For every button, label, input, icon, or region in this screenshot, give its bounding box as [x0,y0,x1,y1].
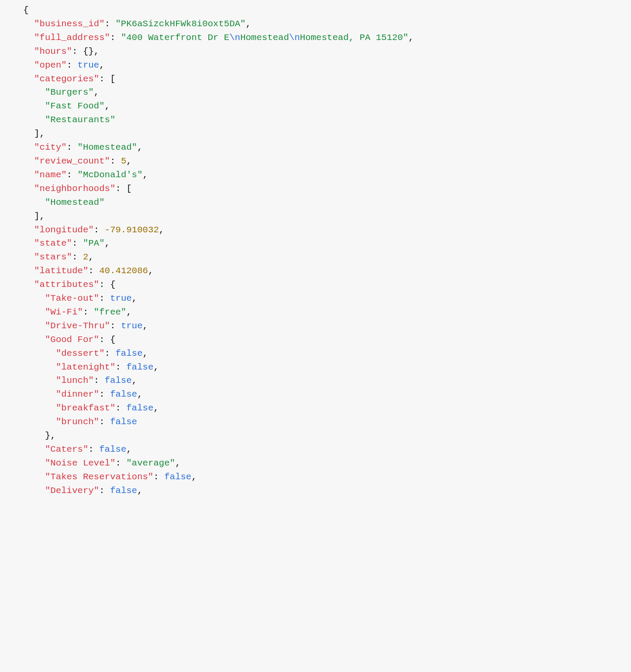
json-boolean: false [164,472,192,482]
json-key: "lunch" [56,376,94,385]
json-boolean: false [105,376,132,385]
json-punct: : [67,142,77,152]
json-punct: : [88,444,99,454]
json-boolean: false [110,389,137,399]
json-boolean: true [77,60,99,70]
json-boolean: false [115,348,142,358]
json-punct: : [99,486,110,496]
json-string: Homestead [240,33,289,43]
json-key: "Drive-Thru" [45,321,110,331]
json-punct: : [99,389,110,399]
json-punct: , [192,472,197,482]
json-key: "categories" [34,74,99,84]
json-punct: : [ [99,74,115,84]
json-punct: : [115,362,126,372]
json-punct: : [94,225,105,235]
json-punct: : [ [115,184,132,194]
json-punct: , [105,101,110,111]
json-key: "open" [34,60,67,70]
json-boolean: false [126,362,153,372]
json-punct: }, [45,431,56,441]
json-string: Homestead, PA 15120" [300,33,408,43]
json-punct: , [142,321,148,331]
json-string: "Restaurants" [45,115,115,125]
json-key: "dessert" [56,348,105,358]
json-punct: : { [99,280,115,290]
json-punct: , [142,348,148,358]
json-key: "state" [34,238,72,248]
json-string: "PK6aSizckHFWk8i0oxt5DA" [115,19,245,29]
json-punct: , [408,33,414,43]
json-string: "average" [126,458,175,468]
json-string: "McDonald's" [77,170,142,180]
json-number: 2 [83,252,89,262]
json-punct: , [148,266,154,276]
json-escape: \n [289,33,300,43]
json-boolean: false [110,417,137,427]
json-key: "latenight" [56,362,116,372]
json-punct: , [153,362,159,372]
json-boolean: false [99,444,126,454]
json-key: "longitude" [34,225,94,235]
json-punct: , [126,307,132,317]
json-punct: : [110,321,121,331]
json-punct: : [99,293,110,303]
json-punct: : [153,472,164,482]
json-punct: , [159,225,164,235]
json-string: "Homestead" [77,142,137,152]
json-punct: ], [34,211,45,221]
json-punct: , [137,389,143,399]
json-punct: : [110,156,121,166]
json-punct: : [94,376,105,385]
json-key: "city" [34,142,67,152]
json-number: 40.412086 [99,266,148,276]
json-key: "Wi-Fi" [45,307,83,317]
json-punct: : [99,417,110,427]
json-key: "Caters" [45,444,88,454]
json-key: "full_address" [34,33,110,43]
json-punct: , [126,444,132,454]
json-punct: , [126,156,132,166]
json-punct: : [67,60,77,70]
json-punct: : [88,266,99,276]
json-punct: , [175,458,181,468]
json-string: "Burgers" [45,87,93,97]
json-key: "breakfast" [56,403,116,413]
json-punct: : [72,252,83,262]
json-punct: : [105,19,115,29]
json-escape: \n [229,33,240,43]
json-string: "free" [94,307,127,317]
json-punct: , [142,170,148,180]
json-string: "400 Waterfront Dr E [121,33,229,43]
json-string: "Homestead" [45,197,105,207]
json-punct: : [67,170,77,180]
json-key: "name" [34,170,67,180]
json-boolean: true [110,293,132,303]
json-punct: , [88,252,94,262]
json-key: "brunch" [56,417,99,427]
json-key: "review_count" [34,156,110,166]
json-punct: , [99,60,105,70]
json-punct: , [246,19,251,29]
json-boolean: true [121,321,142,331]
json-punct: , [105,238,110,248]
json-string: "Fast Food" [45,101,105,111]
json-punct: { [23,5,29,15]
json-punct: : [72,238,83,248]
json-key: "dinner" [56,389,99,399]
json-key: "Delivery" [45,486,99,496]
json-punct: : [115,458,126,468]
json-punct: : [105,348,115,358]
json-punct: : [110,33,121,43]
json-key: "neighborhoods" [34,184,115,194]
json-key: "hours" [34,46,72,56]
json-boolean: false [110,486,137,496]
json-key: "stars" [34,252,72,262]
json-key: "Take-out" [45,293,99,303]
json-string: "PA" [83,238,105,248]
json-punct: ], [34,129,45,139]
json-code-block: { "business_id": "PK6aSizckHFWk8i0oxt5DA… [0,0,631,498]
json-punct: , [132,293,137,303]
json-punct: : [115,403,126,413]
json-key: "Takes Reservations" [45,472,153,482]
